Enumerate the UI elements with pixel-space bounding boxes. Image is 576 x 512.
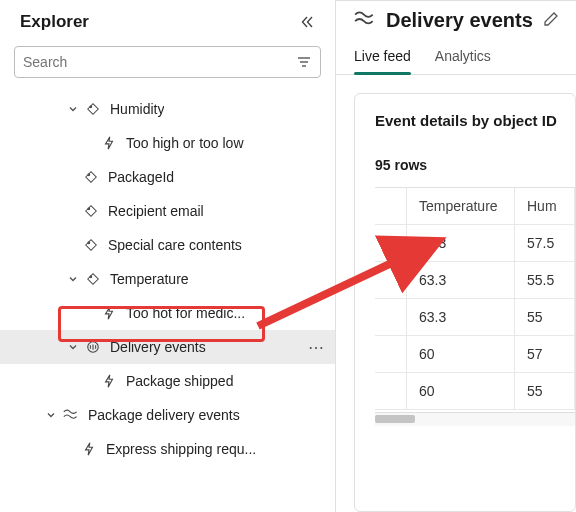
lightning-icon — [100, 136, 118, 150]
tag-icon — [82, 238, 100, 252]
tag-icon — [84, 102, 102, 116]
main-panel: Delivery events Live feed Analytics Even… — [336, 0, 576, 512]
tree-item-label: Package delivery events — [88, 407, 240, 423]
table-row[interactable]: 6057 — [375, 336, 575, 373]
stream-icon — [62, 408, 80, 422]
filter-icon[interactable] — [296, 54, 312, 70]
svg-point-4 — [88, 174, 90, 176]
cell-hum: 55 — [515, 299, 575, 335]
sidebar-header: Explorer — [0, 0, 335, 42]
lightning-icon — [80, 442, 98, 456]
cell-temp: 63.3 — [407, 299, 515, 335]
cell-temp: 63.3 — [407, 262, 515, 298]
tree-item-label: Recipient email — [108, 203, 204, 219]
chevron-down-icon — [66, 104, 80, 114]
tree-item-temperature-rule[interactable]: Too hot for medic... — [0, 296, 335, 330]
sidebar-title: Explorer — [20, 12, 89, 32]
tree-scroll[interactable]: Humidity Too high or too low PackageId R… — [0, 88, 335, 512]
pencil-icon — [543, 11, 559, 27]
table-row[interactable]: 63.355.5 — [375, 262, 575, 299]
tree-item-label: Express shipping requ... — [106, 441, 256, 457]
scrollbar-thumb[interactable] — [375, 415, 415, 423]
edit-title-button[interactable] — [543, 11, 559, 31]
horizontal-scrollbar[interactable]: ◄ — [375, 412, 575, 426]
more-options-button[interactable]: ⋯ — [302, 338, 325, 357]
lightning-icon — [100, 374, 118, 388]
tag-icon — [82, 170, 100, 184]
tab-live-feed[interactable]: Live feed — [354, 42, 411, 74]
collapse-sidebar-button[interactable] — [295, 10, 319, 34]
tree-item-delivery-events[interactable]: Delivery events ⋯ — [0, 330, 335, 364]
chevron-down-icon — [44, 410, 58, 420]
tree-item-label: PackageId — [108, 169, 174, 185]
explorer-sidebar: Explorer Humidity Too high or too low Pa… — [0, 0, 336, 512]
cell-hum: 57.5 — [515, 225, 575, 261]
tree-item-humidity[interactable]: Humidity — [0, 92, 335, 126]
tree-item-special-care[interactable]: Special care contents — [0, 228, 335, 262]
main-header: Delivery events — [336, 1, 576, 38]
svg-point-7 — [90, 276, 92, 278]
tabs: Live feed Analytics — [336, 38, 576, 75]
table-header-temperature[interactable]: Temperature — [407, 188, 515, 224]
tree-item-label: Too high or too low — [126, 135, 244, 151]
tree-item-packageid[interactable]: PackageId — [0, 160, 335, 194]
chevron-down-icon — [66, 274, 80, 284]
data-table: Temperature Hum 63.357.5 63.355.5 63.355… — [375, 187, 575, 410]
svg-point-6 — [88, 242, 90, 244]
table-row[interactable]: 63.355 — [375, 299, 575, 336]
tree-item-package-delivery-events[interactable]: Package delivery events — [0, 398, 335, 432]
tree-item-label: Temperature — [110, 271, 189, 287]
tag-icon — [84, 272, 102, 286]
page-title: Delivery events — [386, 9, 533, 32]
cell-temp: 63.3 — [407, 225, 515, 261]
card-title: Event details by object ID — [375, 112, 575, 129]
lightning-icon — [100, 306, 118, 320]
search-box[interactable] — [14, 46, 321, 78]
tree-item-label: Too hot for medic... — [126, 305, 245, 321]
cell-temp: 60 — [407, 336, 515, 372]
search-input[interactable] — [23, 54, 296, 70]
tree-item-temperature[interactable]: Temperature — [0, 262, 335, 296]
event-details-card: Event details by object ID 95 rows Tempe… — [354, 93, 576, 512]
event-icon — [84, 340, 102, 354]
tree-item-humidity-rule[interactable]: Too high or too low — [0, 126, 335, 160]
table-header-blank — [375, 188, 407, 224]
tree-item-label: Humidity — [110, 101, 164, 117]
table-row[interactable]: 63.357.5 — [375, 225, 575, 262]
cell-hum: 57 — [515, 336, 575, 372]
row-count: 95 rows — [375, 157, 575, 173]
tag-icon — [82, 204, 100, 218]
tree-item-recipient-email[interactable]: Recipient email — [0, 194, 335, 228]
search-wrap — [0, 42, 335, 88]
tree-item-label: Special care contents — [108, 237, 242, 253]
tree-item-label: Package shipped — [126, 373, 233, 389]
tab-analytics[interactable]: Analytics — [435, 42, 491, 74]
cell-hum: 55.5 — [515, 262, 575, 298]
tree-item-express-shipping[interactable]: Express shipping requ... — [0, 432, 335, 466]
table-header-row: Temperature Hum — [375, 188, 575, 225]
cell-temp: 60 — [407, 373, 515, 409]
tree-item-label: Delivery events — [110, 339, 206, 355]
table-header-humidity[interactable]: Hum — [515, 188, 575, 224]
chevron-down-icon — [66, 342, 80, 352]
svg-point-5 — [88, 208, 90, 210]
tree: Humidity Too high or too low PackageId R… — [0, 88, 335, 474]
table-row[interactable]: 6055 — [375, 373, 575, 410]
tree-item-package-shipped[interactable]: Package shipped — [0, 364, 335, 398]
svg-point-3 — [90, 106, 92, 108]
cell-hum: 55 — [515, 373, 575, 409]
chevron-double-left-icon — [299, 14, 315, 30]
stream-icon — [354, 10, 376, 32]
